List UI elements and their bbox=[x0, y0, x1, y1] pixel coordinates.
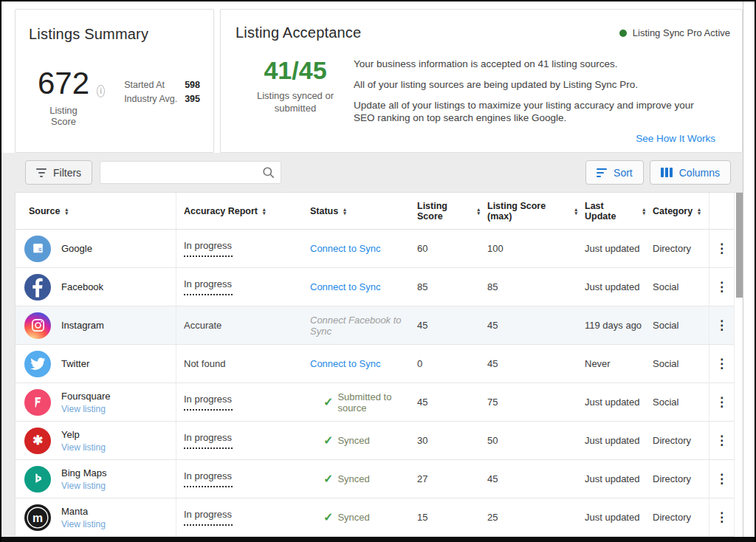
category-cell: Directory bbox=[645, 460, 709, 498]
accuracy-report-text: Not found bbox=[184, 358, 225, 369]
search-icon bbox=[261, 165, 275, 182]
progress-dots-icon bbox=[184, 255, 233, 257]
started-at-label: Started At bbox=[124, 78, 185, 92]
row-menu-button[interactable]: ⋮ bbox=[709, 230, 734, 267]
accuracy-report-text: In progress bbox=[184, 509, 232, 520]
last-update-cell: Just updated bbox=[577, 498, 645, 536]
row-menu-button[interactable]: ⋮ bbox=[709, 383, 734, 421]
svg-text:m: m bbox=[32, 511, 43, 524]
table-row-bing-maps: Bing MapsView listingIn progress✓Synced2… bbox=[16, 460, 734, 498]
filters-button[interactable]: Filters bbox=[25, 160, 92, 185]
listings-page: Listings Summary 672 Listing Score i Sta… bbox=[0, 0, 756, 542]
last-update-cell: Just updated bbox=[577, 230, 645, 267]
see-how-it-works-link[interactable]: See How It Works bbox=[636, 133, 715, 144]
row-menu-button[interactable]: ⋮ bbox=[709, 268, 734, 306]
acceptance-paragraph: All of your listing sources are being up… bbox=[354, 78, 701, 91]
view-listing-link[interactable]: View listing bbox=[61, 404, 110, 414]
table-header-row: Source▴▾Accuracy Report▴▾Status▴▾Listing… bbox=[16, 193, 734, 230]
svg-text:G: G bbox=[38, 248, 41, 252]
listing-score-max-cell: 85 bbox=[480, 268, 577, 306]
status-disabled-text: Connect Facebook to Sync bbox=[310, 315, 410, 337]
kebab-icon: ⋮ bbox=[715, 279, 728, 295]
accuracy-report-text: In progress bbox=[184, 432, 232, 443]
sync-status-badge: Listing Sync Pro Active bbox=[619, 27, 730, 38]
sort-arrows-icon: ▴▾ bbox=[65, 207, 68, 215]
table-scrollbar-thumb[interactable] bbox=[736, 193, 743, 298]
row-menu-button[interactable]: ⋮ bbox=[709, 498, 734, 536]
column-header-listing-score[interactable]: Listing Score▴▾ bbox=[410, 193, 480, 229]
row-menu-button[interactable]: ⋮ bbox=[709, 460, 734, 498]
listing-score-value: 672 bbox=[38, 68, 89, 99]
status-synced-text: Submitted to source bbox=[337, 391, 410, 414]
column-header-source[interactable]: Source▴▾ bbox=[16, 193, 176, 229]
listing-score-cell: 60 bbox=[410, 230, 480, 267]
kebab-icon: ⋮ bbox=[715, 433, 728, 448]
row-menu-button[interactable]: ⋮ bbox=[709, 306, 734, 344]
status-synced-text: Synced bbox=[337, 473, 369, 484]
column-header-actions bbox=[709, 193, 734, 229]
search-input[interactable] bbox=[100, 161, 281, 184]
category-cell: Social bbox=[645, 268, 709, 306]
source-name: Foursquare bbox=[61, 391, 110, 402]
table-body: GGoogleIn progressConnect to Sync60100Ju… bbox=[16, 230, 743, 537]
progress-dots-icon bbox=[184, 447, 233, 449]
listing-score-max-cell: 50 bbox=[480, 422, 577, 459]
connect-to-sync-link[interactable]: Connect to Sync bbox=[310, 358, 380, 369]
table-row-google: GGoogleIn progressConnect to Sync60100Ju… bbox=[16, 230, 734, 268]
connect-to-sync-link[interactable]: Connect to Sync bbox=[310, 281, 380, 292]
source-name: Bing Maps bbox=[61, 467, 106, 479]
table-row-foursquare: FoursquareView listingIn progress✓Submit… bbox=[16, 383, 734, 422]
connect-to-sync-link[interactable]: Connect to Sync bbox=[310, 243, 380, 254]
sort-arrows-icon: ▴▾ bbox=[263, 207, 266, 215]
source-name: Facebook bbox=[61, 281, 103, 293]
category-cell: Social bbox=[645, 383, 709, 421]
column-header-last-update[interactable]: Last Update▴▾ bbox=[577, 193, 645, 229]
kebab-icon: ⋮ bbox=[715, 394, 728, 410]
kebab-icon: ⋮ bbox=[715, 510, 728, 525]
last-update-cell: Just updated bbox=[577, 383, 645, 421]
listing-score-cell: 45 bbox=[410, 383, 480, 421]
listing-score-max-cell: 45 bbox=[480, 306, 577, 344]
source-name: Twitter bbox=[61, 358, 89, 370]
columns-button[interactable]: Columns bbox=[650, 160, 731, 185]
listing-score-max-cell: 45 bbox=[480, 460, 577, 498]
category-cell: Directory bbox=[645, 230, 709, 267]
source-name: Google bbox=[61, 243, 92, 255]
column-header-accuracy-report[interactable]: Accuracy Report▴▾ bbox=[176, 193, 303, 229]
category-cell: Social bbox=[645, 345, 709, 383]
column-header-category[interactable]: Category▴▾ bbox=[645, 193, 709, 229]
foursquare-icon bbox=[24, 389, 51, 416]
row-menu-button[interactable]: ⋮ bbox=[709, 422, 734, 459]
info-icon[interactable]: i bbox=[97, 85, 105, 97]
listing-score-cell: 45 bbox=[410, 306, 480, 344]
active-status-dot-icon bbox=[619, 30, 627, 37]
column-header-status[interactable]: Status▴▾ bbox=[303, 193, 410, 229]
sort-button[interactable]: Sort bbox=[585, 160, 644, 185]
yelp-icon: ✱ bbox=[24, 428, 51, 454]
kebab-icon: ⋮ bbox=[715, 356, 728, 371]
view-listing-link[interactable]: View listing bbox=[61, 442, 106, 453]
view-listing-link[interactable]: View listing bbox=[61, 519, 106, 529]
accuracy-report-text: In progress bbox=[184, 394, 232, 405]
listing-score-max-cell: 45 bbox=[480, 345, 577, 383]
acceptance-paragraph: Update all of your listings to maximize … bbox=[354, 99, 701, 124]
status-synced-text: Synced bbox=[337, 512, 369, 523]
table-row-instagram: InstagramAccurateConnect Facebook to Syn… bbox=[16, 306, 734, 345]
industry-avg-label: Industry Avg. bbox=[124, 92, 185, 106]
industry-avg-value: 395 bbox=[185, 92, 200, 106]
view-listing-link[interactable]: View listing bbox=[61, 481, 106, 491]
sort-arrows-icon: ▴▾ bbox=[343, 207, 346, 215]
google-icon: G bbox=[24, 236, 51, 262]
synced-ratio-value: 41/45 bbox=[240, 58, 351, 83]
check-icon: ✓ bbox=[323, 433, 333, 447]
accuracy-report-text: In progress bbox=[184, 240, 232, 251]
summary-cards-area: Listings Summary 672 Listing Score i Sta… bbox=[15, 9, 743, 153]
acceptance-description: Your business information is accepted on… bbox=[354, 58, 730, 132]
column-header-listing-score-max[interactable]: Listing Score (max)▴▾ bbox=[480, 193, 577, 229]
row-menu-button[interactable]: ⋮ bbox=[709, 345, 734, 383]
check-icon: ✓ bbox=[323, 510, 333, 524]
kebab-icon: ⋮ bbox=[715, 318, 728, 333]
accuracy-report-text: Accurate bbox=[184, 320, 221, 331]
listing-score-cell: 27 bbox=[410, 460, 480, 498]
manta-icon: m bbox=[24, 504, 51, 531]
